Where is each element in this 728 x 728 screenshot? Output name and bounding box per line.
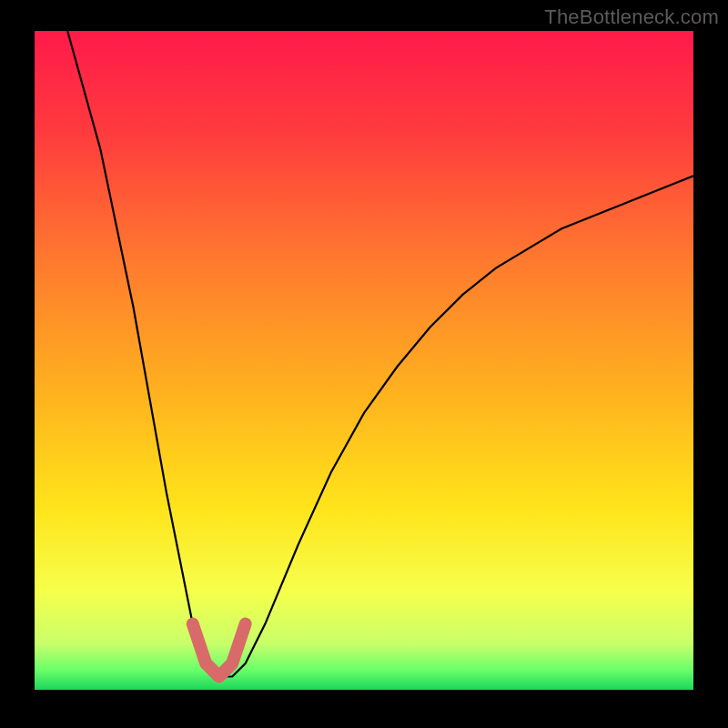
gradient-background <box>35 31 693 690</box>
plot-area <box>35 31 693 690</box>
chart-frame: TheBottleneck.com <box>0 0 728 728</box>
chart-svg <box>35 31 693 690</box>
watermark-text: TheBottleneck.com <box>544 5 719 29</box>
